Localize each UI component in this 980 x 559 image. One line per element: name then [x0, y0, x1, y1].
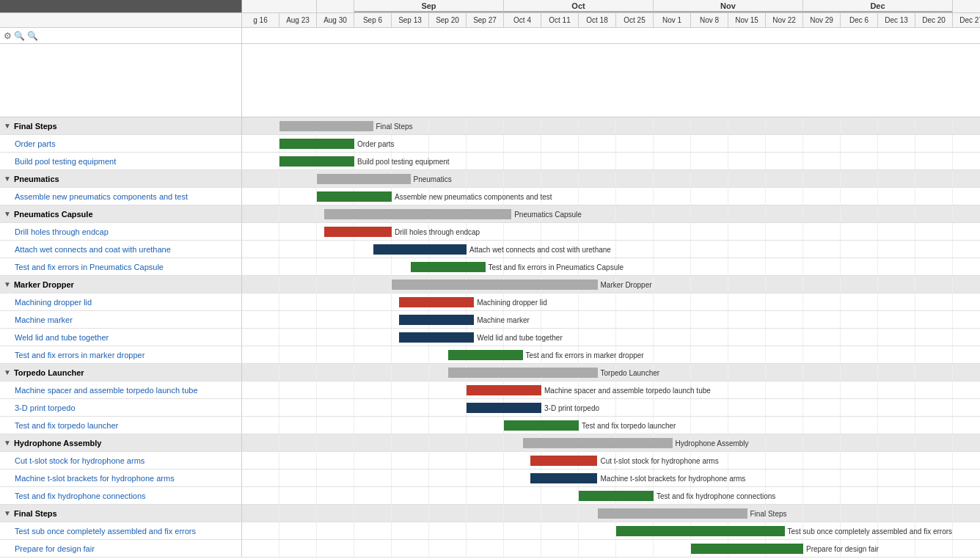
group-label: ▼Final Steps	[0, 117, 242, 134]
gantt-bar-area: Machine spacer and assemble torpedo laun…	[242, 381, 980, 398]
task-name-header	[0, 0, 242, 12]
task-label[interactable]: Build pool testing equipment	[0, 153, 242, 169]
group-row: ▼Final StepsFinal Steps	[0, 505, 980, 522]
week-row: g 16Aug 23Aug 30Sep 6Sep 13Sep 20Sep 27O…	[0, 13, 980, 28]
task-label[interactable]: Attach wet connects and coat with uretha…	[0, 241, 242, 257]
task-label[interactable]: Test and fix errors in marker dropper	[0, 346, 242, 363]
gantt-bar-area: Test and fix hydrophone connections	[242, 487, 980, 504]
bar-label: 3-D print torpedo	[544, 404, 599, 412]
task-label[interactable]: Prepare for design fair	[0, 540, 242, 557]
task-label[interactable]: Machining dropper lid	[0, 293, 242, 310]
gantt-bar-area: 3-D print torpedo	[242, 399, 980, 416]
week-header-cell: Sep 27	[467, 13, 504, 27]
gantt-bar: 3-D print torpedo	[467, 403, 541, 413]
collapse-icon[interactable]: ▼	[4, 439, 11, 447]
task-label[interactable]: Order parts	[0, 135, 242, 152]
collapse-icon[interactable]: ▼	[4, 368, 11, 376]
week-header-cell: Dec 13	[878, 13, 915, 27]
task-label[interactable]: Drill holes through endcap	[0, 223, 242, 240]
task-row: Cut t-slot stock for hydrophone armsCut …	[0, 452, 980, 470]
task-label[interactable]: Assemble new pneumatics components and t…	[0, 188, 242, 205]
task-label[interactable]: Machine t-slot brackets for hydrophone a…	[0, 470, 242, 486]
task-row: Machine t-slot brackets for hydrophone a…	[0, 470, 980, 487]
bar-label: Marker Dropper	[601, 281, 652, 289]
task-label[interactable]: Test and fix torpedo launcher	[0, 417, 242, 434]
task-row: Test and fix errors in Pneumatics Capsul…	[0, 258, 980, 276]
task-row: Drill holes through endcapDrill holes th…	[0, 223, 980, 241]
data-area: ▼Final StepsFinal StepsOrder partsOrder …	[0, 44, 980, 559]
bar-label: Hydrophone Assembly	[676, 439, 749, 447]
gantt-bar-area: Pneumatics	[242, 170, 980, 187]
task-label[interactable]: 3-D print torpedo	[0, 399, 242, 416]
task-label[interactable]: Machine marker	[0, 311, 242, 328]
gantt-bar-area: Pneumatics Capsule	[242, 205, 980, 222]
gantt-bar: Final Steps	[279, 121, 373, 131]
gantt-bar: Test and fix torpedo launcher	[504, 420, 579, 431]
gantt-bar: Assemble new pneumatics components and t…	[317, 191, 392, 202]
collapse-icon[interactable]: ▼	[4, 175, 11, 183]
task-label[interactable]: Test sub once completely assembled and f…	[0, 522, 242, 539]
gantt-bar: Test and fix hydrophone connections	[579, 491, 654, 501]
gantt-bar: Drill holes through endcap	[324, 227, 392, 237]
week-header-cell: Oct 11	[541, 13, 579, 27]
group-label: ▼Marker Dropper	[0, 276, 242, 293]
bar-label: Test and fix hydrophone connections	[657, 492, 775, 500]
group-row: ▼Hydrophone AssemblyHydrophone Assembly	[0, 434, 980, 452]
gantt-bar-area: Test and fix errors in Pneumatics Capsul…	[242, 258, 980, 275]
bar-label: Assemble new pneumatics components and t…	[395, 193, 552, 201]
zoom-in-icon[interactable]: 🔍	[27, 31, 38, 41]
collapse-icon[interactable]: ▼	[4, 509, 11, 517]
task-row: Test and fix errors in marker dropperTes…	[0, 346, 980, 364]
bar-label: Build pool testing equipment	[357, 158, 450, 166]
bar-label: Test and fix torpedo launcher	[582, 422, 676, 430]
collapse-icon[interactable]: ▼	[4, 122, 11, 130]
task-row: Test sub once completely assembled and f…	[0, 522, 980, 540]
group-label: ▼Pneumatics	[0, 170, 242, 187]
task-row: Weld lid and tube togetherWeld lid and t…	[0, 329, 980, 346]
bar-label: Drill holes through endcap	[395, 228, 480, 236]
week-header-cell: Dec 20	[915, 13, 953, 27]
settings-icon[interactable]: ⚙	[4, 31, 12, 41]
bar-label: Attach wet connects and cost with uretha…	[469, 246, 611, 254]
group-row: ▼PneumaticsPneumatics	[0, 170, 980, 188]
task-label[interactable]: Cut t-slot stock for hydrophone arms	[0, 452, 242, 469]
gantt-bar: Machining dropper lid	[399, 297, 474, 307]
task-label[interactable]: Machine spacer and assemble torpedo laun…	[0, 381, 242, 398]
bar-label: Pneumatics Capsule	[514, 211, 582, 219]
gantt-bar-area: Assemble new pneumatics components and t…	[242, 188, 980, 205]
week-header-cell: Nov 15	[728, 13, 766, 27]
collapse-icon[interactable]: ▼	[4, 210, 11, 218]
gantt-bar-area: Machining dropper lid	[242, 293, 980, 310]
week-header-cell: Oct 4	[504, 13, 541, 27]
bar-label: Pneumatics	[414, 175, 452, 183]
task-label[interactable]: Weld lid and tube together	[0, 329, 242, 346]
group-row: ▼Pneumatics CapsulePneumatics Capsule	[0, 205, 980, 223]
gantt-bar: Machine spacer and assemble torpedo laun…	[467, 385, 541, 395]
bar-label: Final Steps	[376, 123, 413, 131]
task-label[interactable]: Test and fix errors in Pneumatics Capsul…	[0, 258, 242, 275]
bar-label: Machining dropper lid	[477, 299, 547, 307]
task-row: 3-D print torpedo3-D print torpedo	[0, 399, 980, 417]
gantt-bar-area: Marker Dropper	[242, 276, 980, 293]
task-label[interactable]: Test and fix hydrophone connections	[0, 487, 242, 504]
zoom-out-icon[interactable]: 🔍	[14, 31, 25, 41]
gantt-bar-area: Prepare for design fair	[242, 540, 980, 557]
gantt-bar: Hydrophone Assembly	[523, 438, 673, 448]
gantt-bar-area: Machine t-slot brackets for hydrophone a…	[242, 470, 980, 486]
gantt-bar: Test and fix errors in marker dropper	[448, 350, 523, 360]
week-header-cell: Oct 25	[616, 13, 654, 27]
header-area: SepOctNovDec g 16Aug 23Aug 30Sep 6Sep 13…	[0, 0, 980, 28]
group-label: ▼Final Steps	[0, 505, 242, 522]
gantt-bar: Prepare for design fair	[691, 544, 803, 554]
bar-label: Torpedo Launcher	[601, 369, 660, 377]
gantt-bar: Machine t-slot brackets for hydrophone a…	[530, 473, 598, 483]
week-header-cell: Dec 27	[953, 13, 980, 27]
collapse-icon[interactable]: ▼	[4, 280, 11, 288]
task-row: Machine markerMachine marker	[0, 311, 980, 329]
week-header-cell: Nov 22	[766, 13, 803, 27]
bar-label: Order parts	[357, 140, 395, 148]
bar-label: Machine marker	[477, 316, 530, 324]
bar-label: Final Steps	[750, 510, 787, 518]
gantt-bar-area: Cut t-slot stock for hydrophone arms	[242, 452, 980, 469]
bar-label: Machine spacer and assemble torpedo laun…	[544, 387, 711, 395]
